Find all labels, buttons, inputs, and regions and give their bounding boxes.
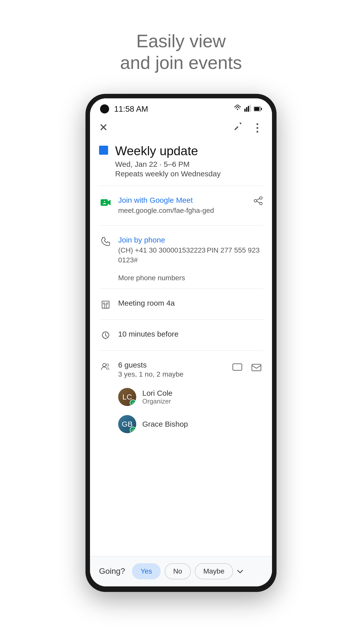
event-content: Weekly update Wed, Jan 22 · 5–6 PM Repea… <box>90 139 272 556</box>
divider-3 <box>99 289 263 289</box>
phone-row: Join by phone (CH) +41 30 300001532223 P… <box>99 231 263 270</box>
close-button[interactable]: ✕ <box>99 122 108 133</box>
status-time: 11:58 AM <box>114 104 148 114</box>
phone-screen: 11:58 AM <box>90 98 272 586</box>
message-guests-button[interactable] <box>231 361 244 374</box>
divider-4 <box>99 319 263 320</box>
rsvp-dropdown-button[interactable] <box>236 567 245 576</box>
meet-url: meet.google.com/fae-fgha-ged <box>118 207 214 214</box>
more-icon[interactable]: ⋮ <box>252 121 263 134</box>
maybe-button[interactable]: Maybe <box>195 563 233 579</box>
guest-name-grace: Grace Bishop <box>142 420 188 428</box>
event-title-info: Weekly update Wed, Jan 22 · 5–6 PM Repea… <box>115 144 221 178</box>
svg-rect-20 <box>233 364 242 370</box>
svg-rect-16 <box>106 303 108 304</box>
reminder-text: 10 minutes before <box>118 330 178 338</box>
divider-5 <box>99 350 263 351</box>
guests-icon <box>99 362 112 371</box>
svg-rect-15 <box>103 303 105 304</box>
lori-check: ✓ <box>130 399 136 406</box>
reminder-icon <box>99 331 112 340</box>
avatar-lori: LC ✓ <box>118 388 136 406</box>
svg-rect-6 <box>261 108 262 110</box>
svg-line-12 <box>257 201 260 203</box>
reminder-content: 10 minutes before <box>118 330 263 338</box>
edit-icon[interactable] <box>234 122 243 133</box>
hero-line1: Easily view <box>120 30 242 52</box>
event-color-box <box>99 146 108 155</box>
phone-number: (CH) +41 30 300001532223 <box>118 246 206 254</box>
battery-icon <box>254 105 262 113</box>
no-button[interactable]: No <box>165 563 191 579</box>
bottom-bar: Going? Yes No Maybe <box>90 556 272 586</box>
svg-point-18 <box>103 364 106 367</box>
going-label: Going? <box>99 567 125 576</box>
guests-actions <box>231 361 263 374</box>
signal-icon <box>244 105 251 113</box>
status-bar: 11:58 AM <box>90 98 272 116</box>
meet-row: Join with Google Meet meet.google.com/fa… <box>99 191 263 220</box>
guest-info-grace: Grace Bishop <box>142 420 188 428</box>
camera-dot <box>100 104 109 113</box>
location-content: Meeting room 4a <box>118 299 263 307</box>
grace-check: ✓ <box>130 427 136 433</box>
event-title-row: Weekly update Wed, Jan 22 · 5–6 PM Repea… <box>99 144 263 178</box>
svg-rect-21 <box>252 364 261 371</box>
guests-info: 6 guests 3 yes, 1 no, 2 maybe <box>118 361 231 378</box>
wifi-icon <box>233 105 242 113</box>
event-date: Wed, Jan 22 · 5–6 PM <box>115 160 221 169</box>
svg-rect-14 <box>105 305 107 308</box>
status-icons <box>233 105 262 113</box>
rsvp-buttons: Yes No Maybe <box>132 563 233 579</box>
event-title: Weekly update <box>115 144 221 158</box>
svg-rect-3 <box>250 105 251 112</box>
guests-row: 6 guests 3 yes, 1 no, 2 maybe <box>99 356 263 383</box>
guest-item-lori: LC ✓ Lori Cole Organizer <box>99 383 263 411</box>
phone-content: Join by phone (CH) +41 30 300001532223 P… <box>118 236 263 265</box>
phone-icon <box>99 237 112 246</box>
divider-1 <box>99 186 263 186</box>
svg-line-11 <box>257 198 260 200</box>
guest-item-grace: GB ✓ Grace Bishop <box>99 411 263 438</box>
svg-rect-2 <box>248 106 249 112</box>
event-repeat: Repeats weekly on Wednesday <box>115 170 221 178</box>
email-guests-button[interactable] <box>250 361 263 374</box>
share-button[interactable] <box>253 196 263 208</box>
svg-rect-5 <box>254 107 259 111</box>
hero-line2: and join events <box>120 52 242 73</box>
svg-rect-0 <box>244 109 246 112</box>
phone-link[interactable]: Join by phone <box>118 236 263 244</box>
meet-icon <box>99 196 112 209</box>
location-row: Meeting room 4a <box>99 294 263 314</box>
divider-2 <box>99 225 263 226</box>
meet-link[interactable]: Join with Google Meet <box>118 196 253 205</box>
svg-point-10 <box>260 202 262 205</box>
svg-point-8 <box>260 197 262 199</box>
guest-name-lori: Lori Cole <box>142 389 172 397</box>
guest-role-lori: Organizer <box>142 397 172 405</box>
guest-info-lori: Lori Cole Organizer <box>142 389 172 405</box>
more-phones[interactable]: More phone numbers <box>99 270 263 284</box>
phone-frame: 11:58 AM <box>85 94 277 592</box>
svg-point-9 <box>254 199 257 202</box>
reminder-row: 10 minutes before <box>99 325 263 345</box>
svg-point-19 <box>107 364 109 366</box>
hero-text: Easily view and join events <box>120 30 242 74</box>
app-bar: ✕ ⋮ <box>90 116 272 139</box>
location-icon <box>99 300 112 309</box>
guests-title: 6 guests <box>118 361 231 369</box>
yes-button[interactable]: Yes <box>132 563 161 579</box>
meet-content: Join with Google Meet meet.google.com/fa… <box>118 196 253 215</box>
avatar-grace: GB ✓ <box>118 415 136 433</box>
svg-rect-1 <box>246 107 247 112</box>
app-bar-actions: ⋮ <box>234 121 263 134</box>
location-name: Meeting room 4a <box>118 299 175 307</box>
guests-sub: 3 yes, 1 no, 2 maybe <box>118 370 231 378</box>
